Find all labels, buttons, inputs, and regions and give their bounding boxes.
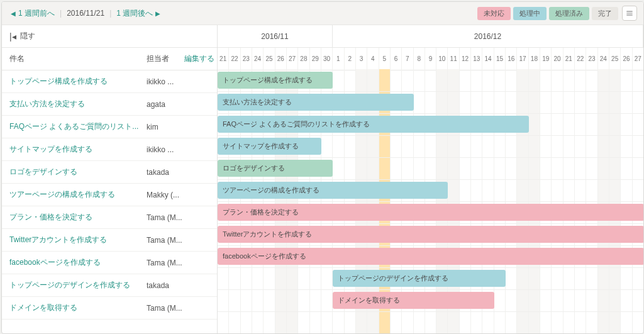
task-row: トップページのデザインを作成するtakada: [2, 274, 217, 297]
task-subject-link[interactable]: ドメインを取得する: [2, 303, 147, 313]
task-row: Twitterアカウントを作成するTama (M...: [2, 229, 217, 252]
day-header: 17: [517, 48, 528, 70]
legend-progress[interactable]: 処理中: [513, 7, 547, 20]
day-header: 25: [609, 48, 621, 70]
prev-week-link[interactable]: 1 週間前へ: [18, 8, 55, 19]
task-assignee: Makky (...: [147, 191, 184, 199]
hide-columns-button[interactable]: |◂ 隠す: [2, 25, 217, 48]
day-header: 27: [287, 48, 298, 70]
day-header: 3: [356, 48, 367, 70]
day-header: 22: [229, 48, 240, 70]
task-row: facebookページを作成するTama (M...: [2, 252, 217, 274]
gantt-bar[interactable]: トップページ構成を作成する: [218, 72, 333, 89]
gantt-bar[interactable]: Twitterアカウントを作成する: [218, 226, 643, 243]
gantt-bar[interactable]: サイトマップを作成する: [218, 138, 321, 155]
day-header: 24: [598, 48, 609, 70]
task-row: トップページ構成を作成するikikko ...: [2, 70, 217, 93]
day-header: 18: [529, 48, 540, 70]
task-subject-link[interactable]: トップページ構成を作成する: [2, 76, 147, 87]
current-date: 2016/11/21: [67, 9, 104, 18]
task-row: ドメインを取得するTama (M...: [2, 297, 217, 320]
gantt-bar[interactable]: 支払い方法を決定する: [218, 94, 414, 111]
task-subject-link[interactable]: サイトマップを作成する: [2, 144, 147, 155]
gantt-bar[interactable]: プラン・価格を決定する: [218, 204, 643, 221]
day-header: 26: [275, 48, 287, 70]
header-assignee: 担当者: [147, 53, 184, 64]
day-header: 1: [333, 48, 344, 70]
day-header: 21: [564, 48, 575, 70]
gantt-chart: 2016/112016/12 2122232425262728293012345…: [218, 25, 643, 334]
month-header: 2016/11: [218, 25, 333, 47]
separator: |: [60, 9, 62, 18]
day-header: 2: [345, 48, 356, 70]
task-subject-link[interactable]: facebookページを作成する: [2, 257, 147, 268]
day-header: 25: [264, 48, 275, 70]
day-header: 9: [425, 48, 436, 70]
task-subject-link[interactable]: Twitterアカウントを作成する: [2, 235, 147, 245]
day-header: 24: [252, 48, 264, 70]
legend-processed[interactable]: 処理済み: [549, 7, 589, 20]
task-assignee: ikikko ...: [147, 145, 184, 154]
edit-link[interactable]: 編集する: [184, 53, 217, 64]
legend-pending[interactable]: 未対応: [477, 7, 511, 20]
gantt-bar[interactable]: ロゴをデザインする: [218, 160, 333, 177]
day-header: 23: [241, 48, 252, 70]
day-header: 19: [540, 48, 552, 70]
task-assignee: kim: [147, 123, 184, 131]
gantt-bar[interactable]: FAQページ よくあるご質問のリストを作成する: [218, 116, 529, 133]
task-row: ツアーページの構成を作成するMakky (...: [2, 184, 217, 206]
day-header: 14: [482, 48, 494, 70]
collapse-icon: |◂: [9, 31, 16, 42]
day-header: 11: [448, 48, 459, 70]
day-header: 8: [414, 48, 425, 70]
day-header: 4: [367, 48, 379, 70]
day-header: 20: [552, 48, 563, 70]
day-header: 15: [494, 48, 506, 70]
day-header: 6: [391, 48, 402, 70]
gantt-bar[interactable]: ドメインを取得する: [333, 292, 494, 309]
chevron-right-icon: ▶: [155, 10, 160, 17]
task-assignee: agata: [147, 100, 184, 109]
day-header: 29: [310, 48, 321, 70]
task-row: FAQページ よくあるご質問のリスト...kim: [2, 116, 217, 138]
task-assignee: Tama (M...: [147, 236, 184, 245]
day-header: 10: [436, 48, 448, 70]
day-header: 13: [471, 48, 482, 70]
day-header: 28: [298, 48, 309, 70]
next-week-link[interactable]: 1 週間後へ: [116, 8, 153, 19]
hide-label: 隠す: [20, 31, 35, 42]
task-subject-link[interactable]: FAQページ よくあるご質問のリスト...: [2, 121, 147, 132]
task-assignee: Tama (M...: [147, 304, 184, 313]
task-subject-link[interactable]: ロゴをデザインする: [2, 167, 147, 177]
list-icon: [625, 9, 634, 18]
separator: |: [109, 9, 111, 18]
task-row: 支払い方法を決定するagata: [2, 93, 217, 116]
task-assignee: Tama (M...: [147, 213, 184, 222]
task-assignee: Tama (M...: [147, 259, 184, 267]
task-subject-link[interactable]: トップページのデザインを作成する: [2, 280, 147, 291]
task-assignee: takada: [147, 168, 184, 177]
day-header: 27: [633, 48, 643, 70]
chevron-left-icon: ◀: [11, 10, 16, 17]
gantt-bar[interactable]: ツアーページの構成を作成する: [218, 182, 448, 199]
gantt-toolbar: ◀ 1 週間前へ | 2016/11/21 | 1 週間後へ ▶ 未対応 処理中…: [2, 2, 643, 25]
task-subject-link[interactable]: ツアーページの構成を作成する: [2, 189, 147, 200]
task-subject-link[interactable]: 支払い方法を決定する: [2, 99, 147, 109]
day-header: 5: [379, 48, 391, 70]
task-row: プラン・価格を決定するTama (M...: [2, 206, 217, 229]
task-row: サイトマップを作成するikikko ...: [2, 138, 217, 161]
day-header: 22: [575, 48, 586, 70]
task-subject-link[interactable]: プラン・価格を決定する: [2, 212, 147, 223]
task-assignee: ikikko ...: [147, 77, 184, 86]
day-header: 7: [402, 48, 413, 70]
day-header: 21: [218, 48, 229, 70]
view-options-button[interactable]: [622, 6, 637, 21]
day-header: 26: [621, 48, 632, 70]
gantt-bar[interactable]: facebookページを作成する: [218, 248, 643, 265]
gantt-bar[interactable]: トップページのデザインを作成する: [333, 270, 506, 287]
task-list-panel: |◂ 隠す 件名 担当者 編集する トップページ構成を作成するikikko ..…: [2, 25, 218, 334]
day-header: 30: [321, 48, 333, 70]
legend-done[interactable]: 完了: [592, 7, 618, 20]
day-header: 16: [506, 48, 517, 70]
day-header: 23: [586, 48, 597, 70]
